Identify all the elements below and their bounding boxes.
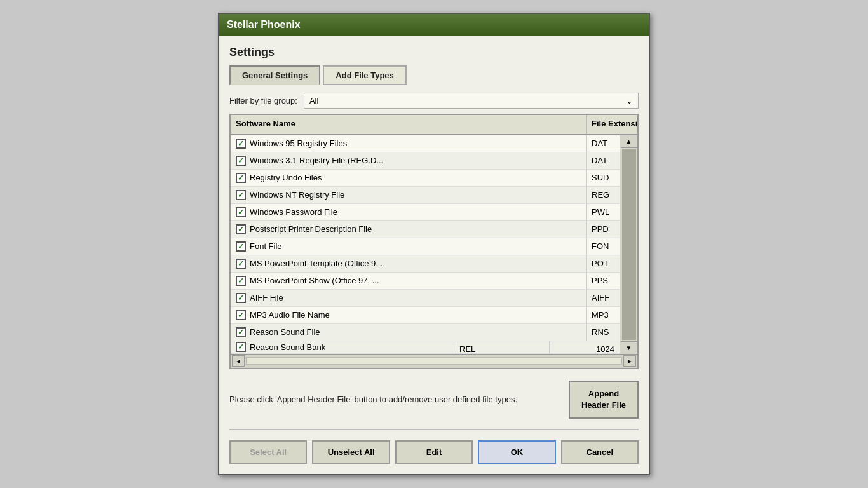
row-name-col: Windows Password File — [231, 204, 587, 220]
horizontal-scrollbar: ◄ ► — [231, 354, 637, 368]
divider — [229, 429, 639, 430]
row-name-col: Windows 3.1 Registry File (REG.D... — [231, 152, 587, 169]
row-name-col: AIFF File — [231, 290, 587, 306]
row-name-col: Reason Sound File — [231, 324, 587, 341]
tabs-container: General Settings Add File Types — [229, 65, 639, 85]
scroll-track — [246, 357, 622, 365]
row-name-col: MS PowerPoint Show (Office 97, ... — [231, 273, 587, 289]
table-row: MP3 Audio File Name MP3 10240 — [231, 307, 620, 324]
scroll-down-btn[interactable]: ▼ — [621, 341, 637, 354]
ok-button[interactable]: OK — [478, 440, 555, 464]
table-row: MS PowerPoint Template (Office 9... POT … — [231, 255, 620, 273]
row-checkbox[interactable] — [236, 224, 246, 234]
table-row: Postscript Printer Description File PPD … — [231, 221, 620, 238]
row-checkbox[interactable] — [236, 139, 246, 149]
file-table: Software Name File Extension Size(KB) ↑ — [229, 114, 639, 369]
col-header-name: Software Name — [231, 115, 587, 134]
select-all-button[interactable]: Select All — [229, 440, 307, 464]
edit-button[interactable]: Edit — [395, 440, 473, 464]
row-checkbox[interactable] — [236, 293, 246, 303]
title-bar: Stellar Phoenix — [219, 14, 649, 36]
table-header: Software Name File Extension Size(KB) — [231, 115, 639, 135]
table-row: Reason Sound File RNS 10240 — [231, 324, 620, 341]
scroll-left-btn[interactable]: ◄ — [232, 355, 245, 367]
row-checkbox[interactable] — [236, 173, 246, 183]
unselect-all-button[interactable]: Unselect All — [312, 440, 390, 464]
table-row: Windows 95 Registry Files DAT 10240 — [231, 135, 620, 152]
row-name-col: Font File — [231, 238, 587, 255]
window-title: Stellar Phoenix — [227, 19, 301, 30]
row-name-col: Windows NT Registry File — [231, 187, 587, 203]
row-checkbox[interactable] — [236, 156, 246, 166]
filter-select[interactable]: All ⌄ — [304, 93, 639, 109]
row-name-col: Windows 95 Registry Files — [231, 135, 587, 152]
table-row: Registry Undo Files SUD 10240 — [231, 170, 620, 187]
scroll-right-btn[interactable]: ► — [623, 355, 636, 367]
cancel-button[interactable]: Cancel — [561, 440, 639, 464]
col-header-ext: File Extension — [587, 115, 639, 134]
row-checkbox[interactable] — [236, 310, 246, 320]
filter-row: Filter by file group: All ⌄ — [229, 93, 639, 109]
table-body: Windows 95 Registry Files DAT 10240 Wind… — [231, 135, 620, 354]
settings-title: Settings — [229, 46, 639, 59]
chevron-down-icon: ⌄ — [626, 96, 633, 105]
scroll-thumb — [622, 149, 636, 340]
tab-add-file-types[interactable]: Add File Types — [323, 65, 407, 85]
row-checkbox[interactable] — [236, 190, 246, 200]
table-row: Windows NT Registry File REG 10240 — [231, 187, 620, 204]
table-row: Windows Password File PWL 10240 — [231, 204, 620, 221]
row-name-col: MP3 Audio File Name — [231, 307, 587, 323]
table-row: Windows 3.1 Registry File (REG.D... DAT … — [231, 152, 620, 170]
table-row: Font File FON 10240 — [231, 238, 620, 255]
row-checkbox[interactable] — [236, 342, 246, 352]
tab-general-settings[interactable]: General Settings — [229, 65, 320, 85]
row-checkbox[interactable] — [236, 207, 246, 217]
table-row-partial: Reason Sound Bank REL 1024 — [231, 341, 620, 354]
filter-value: All — [309, 96, 318, 105]
vertical-scrollbar[interactable]: ▲ ▼ — [620, 135, 637, 354]
append-header-file-button[interactable]: AppendHeader File — [569, 381, 639, 419]
table-row: MS PowerPoint Show (Office 97, ... PPS 1… — [231, 273, 620, 290]
scroll-up-btn[interactable]: ▲ — [621, 135, 637, 148]
table-row: AIFF File AIFF 10240 — [231, 290, 620, 307]
row-checkbox[interactable] — [236, 327, 246, 337]
footer-buttons: Select All Unselect All Edit OK Cancel — [229, 435, 639, 464]
table-header-row: Software Name File Extension Size(KB) ↑ — [231, 115, 637, 135]
content-area: Settings General Settings Add File Types… — [219, 36, 649, 474]
row-name-col: Postscript Printer Description File — [231, 221, 587, 238]
filter-label: Filter by file group: — [229, 96, 297, 105]
row-name-col: Registry Undo Files — [231, 170, 587, 186]
main-window: Stellar Phoenix Settings General Setting… — [218, 13, 650, 475]
notice-text: Please click 'Append Header File' button… — [229, 393, 562, 406]
row-checkbox[interactable] — [236, 259, 246, 269]
row-checkbox[interactable] — [236, 241, 246, 252]
table-body-container: Windows 95 Registry Files DAT 10240 Wind… — [231, 135, 637, 354]
row-checkbox[interactable] — [236, 276, 246, 286]
notice-row: Please click 'Append Header File' button… — [229, 376, 639, 424]
row-name-col: MS PowerPoint Template (Office 9... — [231, 255, 587, 272]
